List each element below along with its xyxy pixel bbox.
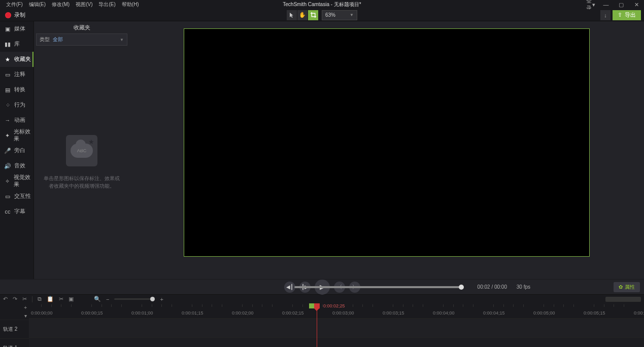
zoom-minus[interactable]: − bbox=[106, 296, 109, 302]
app-title: TechSmith Camtasia - 无标题项目* bbox=[283, 1, 361, 8]
prev-frame-button[interactable]: ◀┃ bbox=[284, 282, 295, 293]
copy-button[interactable]: ⧉ bbox=[38, 296, 42, 302]
split-button[interactable]: ✂ bbox=[59, 296, 63, 302]
timeline: + ▾ 轨道 2 轨道 1 0:00:00;000:00:00;150:00:0… bbox=[0, 303, 644, 347]
track-row-2[interactable] bbox=[29, 319, 644, 337]
menubar: 文件(F) 编辑(E) 修改(M) 视图(V) 导出(E) 帮助(H) Tech… bbox=[0, 0, 644, 9]
ruler-tick: 0:00:00;15 bbox=[81, 310, 103, 316]
zoom-out-icon[interactable]: 🔍 bbox=[94, 296, 101, 302]
cut-button[interactable]: ✂ bbox=[22, 296, 27, 302]
sidebar-item-library[interactable]: ▮▮库 bbox=[0, 37, 33, 52]
sidebar-item-transitions[interactable]: ▤转换 bbox=[0, 82, 33, 97]
panel-title: 收藏夹 bbox=[34, 21, 129, 33]
timeline-zoom-slider[interactable] bbox=[114, 298, 155, 300]
redo-button[interactable]: ↷ bbox=[13, 296, 17, 302]
track-header-1[interactable]: 轨道 1 bbox=[0, 338, 29, 347]
sidebar-item-captions[interactable]: cc字幕 bbox=[0, 204, 33, 219]
favorites-empty-icon: ABC ★ bbox=[66, 135, 97, 166]
ruler-tick: 0:00:01;15 bbox=[182, 310, 204, 316]
ruler-tick: 0:00:0 bbox=[634, 310, 644, 316]
transition-icon: ▤ bbox=[4, 86, 11, 93]
export-button[interactable]: ⇧ 导出 bbox=[613, 10, 641, 20]
animation-icon: → bbox=[4, 117, 11, 124]
tool-select[interactable] bbox=[287, 10, 297, 20]
preview-canvas[interactable] bbox=[184, 28, 590, 257]
track-menu-button[interactable]: ▾ bbox=[24, 313, 27, 319]
zoom-plus[interactable]: + bbox=[160, 296, 163, 302]
sidebar-item-annotations[interactable]: ▭注释 bbox=[0, 67, 33, 82]
ruler-tick: 0:00:04;15 bbox=[483, 310, 505, 316]
marker[interactable] bbox=[309, 303, 314, 308]
playback-time: 00:02 / 00:00 bbox=[478, 284, 507, 290]
sidebar-item-favorites[interactable]: ★收藏夹 bbox=[0, 52, 33, 67]
favorites-panel: 收藏夹 类型 全部 ▼ ABC ★ 单击星形图标以保存标注、效果或者收藏夹中的视… bbox=[34, 21, 129, 279]
sidebar-item-visual[interactable]: ✧视觉效果 bbox=[0, 174, 33, 189]
download-button[interactable]: ↓ bbox=[600, 10, 611, 20]
menu-view[interactable]: 视图(V) bbox=[73, 0, 95, 9]
add-track-button[interactable]: + bbox=[24, 305, 27, 310]
empty-message: 单击星形图标以保存标注、效果或者收藏夹中的视频增强功能。 bbox=[42, 175, 121, 190]
login-dropdown[interactable]: 登录 ▾ bbox=[583, 0, 598, 9]
zoom-dropdown[interactable]: 63% ▼ bbox=[322, 10, 357, 20]
menu-edit[interactable]: 编辑(E) bbox=[26, 0, 49, 9]
menu-modify[interactable]: 修改(M) bbox=[49, 0, 73, 9]
playhead-time: 0:00:02;25 bbox=[323, 303, 345, 308]
window-close[interactable]: ✕ bbox=[629, 0, 644, 9]
track-header-2[interactable]: 轨道 2 bbox=[0, 320, 29, 338]
playback-bar: ◀┃ ┃▶ ▶ 〈 〉 00:02 / 00:00 30 fps ✿ 属性 bbox=[0, 279, 644, 294]
snapshot-button[interactable]: ▣ bbox=[69, 296, 74, 302]
ruler-tick: 0:00:03;00 bbox=[332, 310, 354, 316]
record-label: 录制 bbox=[14, 11, 25, 19]
speaker-icon: 🔊 bbox=[4, 162, 11, 169]
type-label: 类型 bbox=[40, 36, 50, 43]
chevron-down-icon: ▼ bbox=[350, 13, 354, 17]
ruler-tick: 0:00:04;00 bbox=[433, 310, 455, 316]
sidebar-item-media[interactable]: ▣媒体 bbox=[0, 21, 33, 37]
ruler-tick: 0:00:00;00 bbox=[31, 310, 53, 316]
empty-state: ABC ★ 单击星形图标以保存标注、效果或者收藏夹中的视频增强功能。 bbox=[34, 46, 129, 279]
ruler-tick: 0:00:03;15 bbox=[383, 310, 404, 316]
tool-hand[interactable]: ✋ bbox=[297, 10, 308, 20]
timeline-toolbar: ↶ ↷ ✂ ⧉ 📋 ✂ ▣ 🔍 − + bbox=[0, 294, 644, 303]
callout-icon: ▭ bbox=[4, 71, 11, 78]
type-value: 全部 bbox=[53, 36, 63, 43]
sidebar-item-interactivity[interactable]: ▭交互性 bbox=[0, 189, 33, 204]
timeline-body[interactable]: 0:00:00;000:00:00;150:00:01;000:00:01;15… bbox=[29, 303, 644, 347]
menu-file[interactable]: 文件(F) bbox=[3, 0, 26, 9]
menu-export[interactable]: 导出(E) bbox=[95, 0, 118, 9]
canvas-area bbox=[129, 21, 644, 279]
tool-crop[interactable] bbox=[308, 10, 318, 20]
sidebar-item-behaviors[interactable]: ⁘行为 bbox=[0, 97, 33, 113]
upload-icon: ⇧ bbox=[618, 12, 622, 18]
track-row-1[interactable] bbox=[29, 337, 644, 347]
sidebar-item-cursor[interactable]: ✦光标效果 bbox=[0, 128, 33, 143]
sidebar-item-animations[interactable]: →动画 bbox=[0, 113, 33, 128]
library-icon: ▮▮ bbox=[4, 41, 11, 48]
window-maximize[interactable]: ▢ bbox=[614, 0, 629, 9]
playhead[interactable] bbox=[317, 303, 317, 347]
export-label: 导出 bbox=[625, 11, 636, 19]
paste-button[interactable]: 📋 bbox=[47, 296, 54, 302]
cc-icon: cc bbox=[4, 208, 11, 215]
media-icon: ▣ bbox=[4, 25, 11, 32]
seek-slider[interactable] bbox=[294, 286, 461, 288]
sidebar-item-audio[interactable]: 🔊音效 bbox=[0, 158, 33, 174]
cursor-icon: ✦ bbox=[4, 132, 11, 139]
playback-fps[interactable]: 30 fps bbox=[517, 284, 530, 290]
properties-button[interactable]: ✿ 属性 bbox=[614, 282, 640, 292]
undo-button[interactable]: ↶ bbox=[3, 296, 8, 302]
chevron-down-icon: ▼ bbox=[120, 38, 124, 42]
interact-icon: ▭ bbox=[4, 193, 11, 200]
wand-icon: ✧ bbox=[4, 178, 11, 185]
zoom-value: 63% bbox=[325, 12, 335, 18]
sidebar-item-narration[interactable]: 🎤旁白 bbox=[0, 143, 33, 158]
mic-icon: 🎤 bbox=[4, 147, 11, 154]
behavior-icon: ⁘ bbox=[4, 101, 11, 109]
gear-icon: ✿ bbox=[619, 284, 623, 290]
type-dropdown[interactable]: 类型 全部 ▼ bbox=[36, 33, 127, 46]
ruler-tick: 0:00:01;00 bbox=[131, 310, 153, 316]
window-minimize[interactable]: — bbox=[598, 0, 614, 9]
menu-help[interactable]: 帮助(H) bbox=[119, 0, 142, 9]
timeline-overview[interactable] bbox=[605, 297, 641, 302]
record-button[interactable]: 录制 bbox=[0, 9, 30, 21]
